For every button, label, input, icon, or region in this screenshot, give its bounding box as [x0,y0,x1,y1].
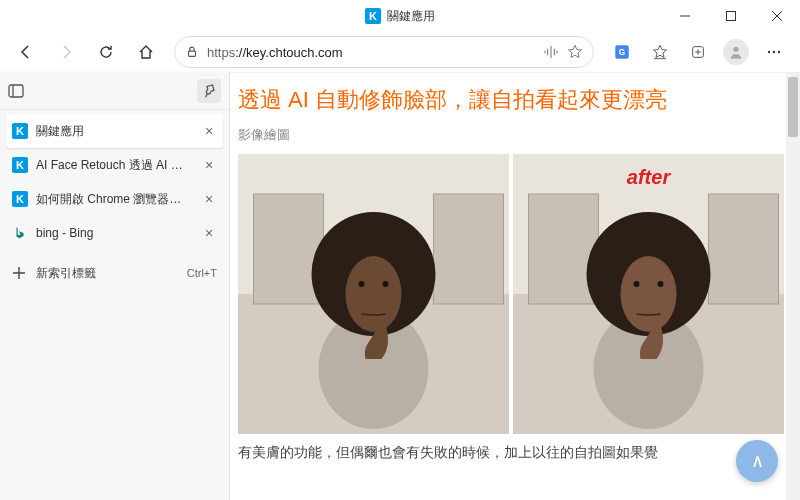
scroll-top-button[interactable]: ∧ [736,440,778,482]
translate-button[interactable]: G [604,36,640,68]
pin-icon[interactable] [197,79,221,103]
vertical-scrollbar[interactable] [786,73,800,500]
address-bar[interactable]: https://key.chtouch.com [174,36,594,68]
back-button[interactable] [8,36,44,68]
tab-label: bing - Bing [36,226,193,240]
svg-point-23 [383,281,389,287]
vertical-tab[interactable]: KAI Face Retouch 透過 AI 自動修飾× [6,148,223,182]
svg-point-9 [733,47,738,52]
tab-favicon-k: K [12,157,28,173]
profile-button[interactable] [718,36,754,68]
tab-label: 如何開啟 Chrome 瀏覽器的 Tab S [36,191,193,208]
svg-rect-4 [189,51,196,56]
vertical-tab[interactable]: K關鍵應用× [6,114,223,148]
article-body: 有美膚的功能，但偶爾也會有失敗的時候，加上以往的自拍圖如果覺 [238,444,784,462]
new-tab-button[interactable]: 新索引標籤Ctrl+T [6,256,223,290]
window-controls [662,0,800,32]
svg-point-32 [658,281,664,287]
article-meta: 影像繪圖 [238,126,784,144]
home-button[interactable] [128,36,164,68]
plus-icon [12,266,26,280]
forward-button[interactable] [48,36,84,68]
svg-text:G: G [619,48,625,57]
window-title: 關鍵應用 [387,8,435,25]
browser-toolbar: https://key.chtouch.com G [0,32,800,72]
refresh-button[interactable] [88,36,124,68]
vertical-tabs-header [0,72,229,110]
tab-label: AI Face Retouch 透過 AI 自動修飾 [36,157,193,174]
tab-close-button[interactable]: × [201,191,217,207]
svg-rect-18 [434,194,504,304]
tab-favicon-k: K [12,191,28,207]
maximize-button[interactable] [708,0,754,32]
tab-close-button[interactable]: × [201,157,217,173]
window-title-wrap: K 關鍵應用 [365,8,435,25]
vertical-tabs-list: K關鍵應用×KAI Face Retouch 透過 AI 自動修飾×K如何開啟 … [0,110,229,294]
read-aloud-icon[interactable] [543,44,559,60]
scroll-thumb[interactable] [788,77,798,137]
tabs-toggle-icon[interactable] [8,83,24,99]
url-text: https://key.chtouch.com [207,45,343,60]
tab-favicon-k: K [12,123,28,139]
svg-point-21 [346,256,402,332]
vertical-tabs-panel: K關鍵應用×KAI Face Retouch 透過 AI 自動修飾×K如何開啟 … [0,72,230,500]
svg-point-12 [778,51,780,53]
tab-favicon-bing [12,225,28,241]
vertical-tab[interactable]: bing - Bing× [6,216,223,250]
minimize-button[interactable] [662,0,708,32]
window-titlebar: K 關鍵應用 [0,0,800,32]
page-content: 透過 AI 自動修飾臉部，讓自拍看起來更漂亮 影像繪圖 [230,72,800,500]
image-after: after [513,154,784,434]
favorite-star-icon[interactable] [567,44,583,60]
comparison-image: after [238,154,784,434]
article-title: 透過 AI 自動修飾臉部，讓自拍看起來更漂亮 [238,85,784,116]
app-favicon: K [365,8,381,24]
tab-close-button[interactable]: × [201,225,217,241]
after-label: after [627,166,670,189]
svg-rect-1 [727,12,736,21]
tab-label: 關鍵應用 [36,123,193,140]
svg-rect-13 [9,85,23,97]
lock-icon [185,45,199,59]
svg-rect-27 [709,194,779,304]
vertical-tab[interactable]: K如何開啟 Chrome 瀏覽器的 Tab S× [6,182,223,216]
collections-button[interactable] [680,36,716,68]
svg-point-31 [634,281,640,287]
tab-close-button[interactable]: × [201,123,217,139]
svg-point-11 [773,51,775,53]
svg-point-30 [621,256,677,332]
svg-point-22 [359,281,365,287]
image-before [238,154,509,434]
favorites-button[interactable] [642,36,678,68]
menu-button[interactable] [756,36,792,68]
new-tab-shortcut: Ctrl+T [187,267,217,279]
new-tab-label: 新索引標籤 [36,265,96,282]
svg-point-10 [768,51,770,53]
close-button[interactable] [754,0,800,32]
